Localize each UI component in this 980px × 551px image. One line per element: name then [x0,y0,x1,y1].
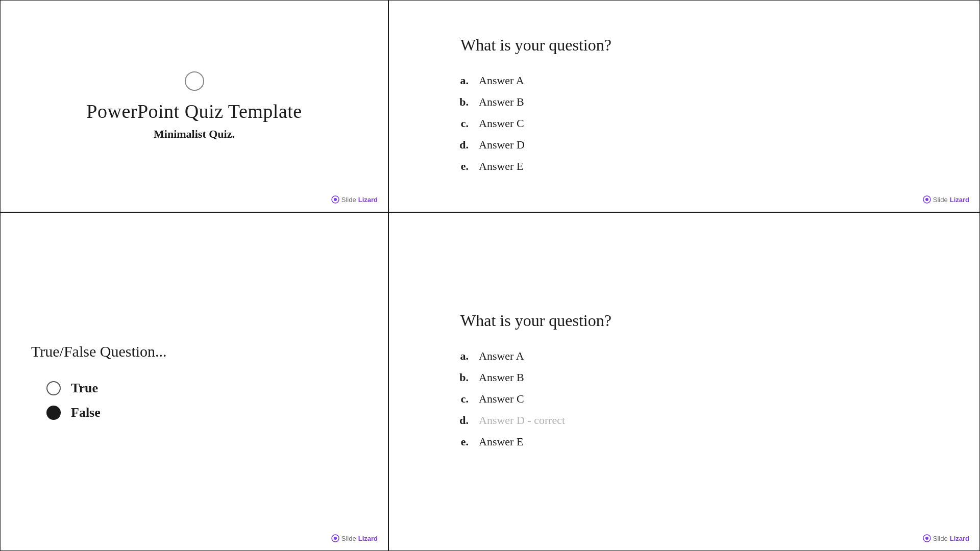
answer-item: e. Answer E [450,156,918,177]
slidelizard-icon-bl [331,534,339,542]
answer-letter-br-d: d. [450,414,469,427]
logo-slide-br: Slide [933,535,948,542]
svg-point-7 [925,537,928,540]
answer-item: b. Answer B [450,91,918,113]
slide-top-left: PowerPoint Quiz Template Minimalist Quiz… [0,0,388,212]
answer-letter: a. [450,74,469,87]
svg-point-3 [925,198,928,201]
tf-option-false: False [46,405,357,420]
logo-lizard-tr: Lizard [950,196,969,204]
tf-option-true: True [46,381,357,396]
answer-text-br-c: Answer C [479,392,524,406]
answer-item-br-a: a. Answer A [450,345,918,367]
logo-lizard-br: Lizard [950,535,969,542]
answer-text: Answer A [479,74,524,87]
answer-text-br-b: Answer B [479,371,524,384]
slidelizard-icon [331,195,339,204]
logo-lizard-text: Lizard [358,196,378,204]
logo-br: SlideLizard [923,534,969,542]
answer-text-br-a: Answer A [479,349,524,363]
answer-item-br-d: d. Answer D - correct [450,410,918,431]
answer-letter: d. [450,138,469,152]
logo-bl: SlideLizard [331,534,378,542]
answers-list-tr: a. Answer A b. Answer B c. Answer C d. A… [430,70,939,177]
tf-question: True/False Question... [31,343,357,360]
answer-item-br-b: b. Answer B [450,367,918,388]
tf-true-label: True [71,381,98,396]
slide-grid: PowerPoint Quiz Template Minimalist Quiz… [0,0,980,551]
answer-item: d. Answer D [450,134,918,156]
radio-filled-icon [46,406,61,420]
answer-text: Answer B [479,95,524,109]
logo-slide-bl: Slide [341,535,356,542]
answer-letter: b. [450,95,469,109]
answer-letter: c. [450,117,469,130]
radio-empty-icon [46,381,61,395]
tf-options: True False [31,381,357,420]
slidelizard-icon-br [923,534,931,542]
logo-slide-tr: Slide [933,196,948,204]
answer-item-br-c: c. Answer C [450,388,918,410]
question-title-tr: What is your question? [460,36,611,55]
answers-list-br: a. Answer A b. Answer B c. Answer C d. A… [430,345,939,453]
circle-decoration [185,71,204,91]
slide-bottom-left: True/False Question... True False SlideL… [0,212,388,551]
slide-bottom-right: What is your question? a. Answer A b. An… [388,212,980,551]
answer-letter-br-a: a. [450,349,469,363]
logo-slide-text: Slide [341,196,356,204]
tf-false-label: False [71,405,101,420]
answer-item-br-e: e. Answer E [450,431,918,453]
answer-text: Answer E [479,160,523,173]
answer-text: Answer D [479,138,525,152]
answer-text: Answer C [479,117,524,130]
main-title: PowerPoint Quiz Template [86,100,302,122]
answer-letter-br-c: c. [450,392,469,406]
logo-lizard-bl: Lizard [358,535,378,542]
svg-point-5 [334,537,337,540]
answer-letter: e. [450,160,469,173]
slidelizard-icon-tr [923,195,931,204]
answer-item: c. Answer C [450,113,918,134]
answer-text-br-e: Answer E [479,435,523,448]
answer-item: a. Answer A [450,70,918,91]
logo-tr: SlideLizard [923,195,969,204]
svg-point-1 [334,198,337,201]
question-title-br: What is your question? [460,311,611,330]
slide-top-right: What is your question? a. Answer A b. An… [388,0,980,212]
logo-bottom-right-tl: SlideLizard [331,195,378,204]
answer-letter-br-b: b. [450,371,469,384]
subtitle: Minimalist Quiz. [154,128,235,141]
answer-text-br-d-correct: Answer D - correct [479,414,565,427]
answer-letter-br-e: e. [450,435,469,448]
